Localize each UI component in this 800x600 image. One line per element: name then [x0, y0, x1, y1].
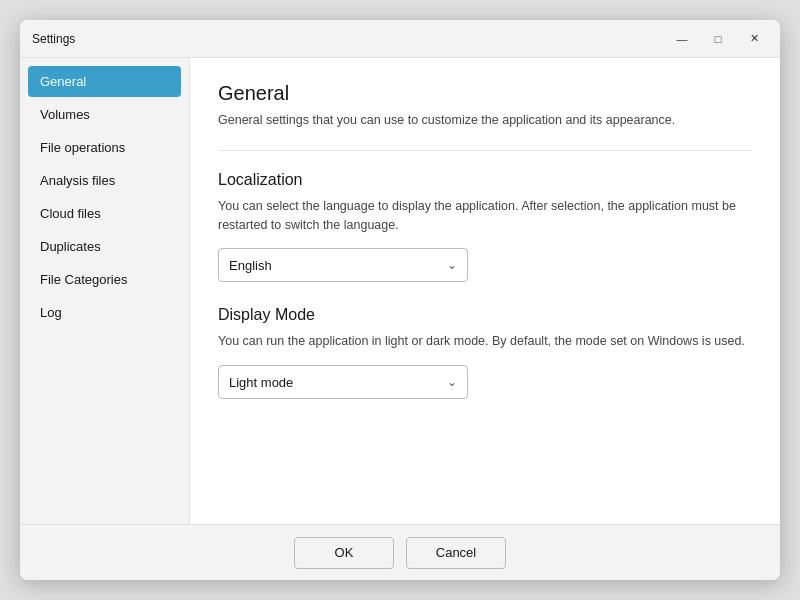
window-title: Settings [32, 32, 668, 46]
display-mode-description: You can run the application in light or … [218, 332, 752, 351]
window-body: General Volumes File operations Analysis… [20, 58, 780, 524]
localization-description: You can select the language to display t… [218, 197, 752, 235]
sidebar-item-file-categories[interactable]: File Categories [28, 264, 181, 295]
display-mode-dropdown[interactable]: Light mode ⌄ [218, 365, 468, 399]
title-bar: Settings — □ ✕ [20, 20, 780, 58]
display-mode-dropdown-value: Light mode [229, 375, 293, 390]
maximize-button[interactable]: □ [704, 28, 732, 50]
sidebar-item-volumes[interactable]: Volumes [28, 99, 181, 130]
sidebar-item-log[interactable]: Log [28, 297, 181, 328]
window-controls: — □ ✕ [668, 28, 768, 50]
language-dropdown[interactable]: English ⌄ [218, 248, 468, 282]
display-mode-dropdown-chevron-icon: ⌄ [447, 375, 457, 389]
display-mode-title: Display Mode [218, 306, 752, 324]
cancel-button[interactable]: Cancel [406, 537, 506, 569]
settings-window: Settings — □ ✕ General Volumes File oper… [20, 20, 780, 580]
sidebar: General Volumes File operations Analysis… [20, 58, 190, 524]
page-title: General [218, 82, 752, 105]
sidebar-item-file-operations[interactable]: File operations [28, 132, 181, 163]
divider-1 [218, 150, 752, 151]
sidebar-item-analysis-files[interactable]: Analysis files [28, 165, 181, 196]
main-content: General General settings that you can us… [190, 58, 780, 524]
sidebar-item-duplicates[interactable]: Duplicates [28, 231, 181, 262]
sidebar-item-cloud-files[interactable]: Cloud files [28, 198, 181, 229]
ok-button[interactable]: OK [294, 537, 394, 569]
window-footer: OK Cancel [20, 524, 780, 580]
language-dropdown-value: English [229, 258, 272, 273]
localization-title: Localization [218, 171, 752, 189]
sidebar-item-general[interactable]: General [28, 66, 181, 97]
close-button[interactable]: ✕ [740, 28, 768, 50]
page-description: General settings that you can use to cus… [218, 111, 752, 130]
minimize-button[interactable]: — [668, 28, 696, 50]
language-dropdown-chevron-icon: ⌄ [447, 258, 457, 272]
